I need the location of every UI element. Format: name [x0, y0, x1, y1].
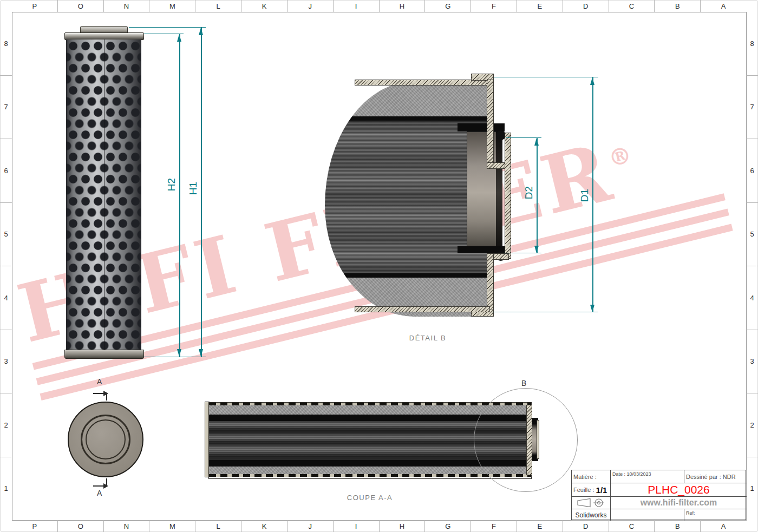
grid-letter-H: H	[379, 520, 425, 532]
grid-letter-H: H	[379, 0, 425, 12]
grid-letter-E: E	[517, 0, 563, 12]
grid-letter-M: M	[149, 0, 195, 12]
grid-letter-L: L	[195, 0, 241, 12]
section-arrow-bottom	[103, 483, 108, 489]
grid-letter-N: N	[103, 0, 149, 12]
grid-number-4: 4	[0, 266, 12, 330]
grid-number-2: 2	[0, 393, 12, 457]
grid-number-8: 8	[0, 12, 12, 75]
grid-number-1: 1	[0, 457, 12, 521]
grid-letter-C: C	[609, 520, 655, 532]
shell-right-wall-top	[487, 80, 494, 169]
d2-dimension-line	[537, 138, 538, 253]
grid-letter-C: C	[609, 0, 655, 12]
grid-letter-J: J	[287, 520, 333, 532]
sheet-cell: Feuille : 1/1	[572, 483, 611, 497]
bore-black-band-top	[458, 123, 505, 132]
d1-arrow-up	[590, 77, 594, 85]
brand-cell	[611, 509, 684, 521]
front-view-filter-element	[64, 24, 146, 360]
h2-dimension-line	[179, 34, 180, 357]
grid-letter-L: L	[195, 520, 241, 532]
top-end-cap	[64, 32, 144, 40]
grid-number-4: 4	[746, 266, 758, 330]
grid-letter-A: A	[700, 520, 746, 532]
grid-number-5: 5	[746, 202, 758, 266]
grid-letter-B: B	[654, 520, 700, 532]
grid-letter-A: A	[700, 0, 746, 12]
grid-number-6: 6	[746, 139, 758, 202]
top-view-ring-inner	[86, 419, 126, 459]
grid-number-1: 1	[746, 457, 758, 521]
title-block: Matière : Date : 10/03/2023 Dessiné par …	[571, 470, 746, 520]
d1-dimension-line	[592, 77, 593, 312]
coupe-serration-bottom	[209, 474, 531, 477]
grid-letter-F: F	[471, 0, 517, 12]
part-number-cell: PLHC_0026	[611, 483, 747, 497]
d1-extension-top	[494, 77, 598, 77]
d1-extension-bottom	[492, 312, 598, 312]
detail-black-band-top	[325, 116, 487, 121]
h2-arrow-up	[177, 34, 181, 42]
shell-bottom-strip	[355, 306, 490, 312]
h1-arrow-up	[199, 28, 203, 35]
detail-b-label: DÉTAIL B	[379, 334, 476, 342]
grid-letter-P: P	[12, 0, 57, 12]
grid-letter-G: G	[424, 520, 471, 532]
grid-letter-D: D	[563, 0, 609, 12]
grid-letter-E: E	[517, 520, 563, 532]
drawn-by-cell: Dessiné par : NDR	[684, 470, 747, 483]
grid-number-7: 7	[746, 75, 758, 139]
section-a-label-top: A	[97, 377, 102, 386]
d2-dimension-label: D2	[523, 186, 535, 199]
grid-numbers-right: 87654321	[746, 12, 758, 520]
h1-extension-top	[129, 27, 206, 28]
grid-number-2: 2	[746, 393, 758, 457]
detail-body	[325, 81, 487, 317]
grid-number-3: 3	[746, 330, 758, 393]
grid-letter-I: I	[333, 520, 379, 532]
shell-top-strip	[355, 80, 490, 86]
grid-number-8: 8	[746, 12, 758, 75]
grid-letter-N: N	[103, 520, 149, 532]
d1-arrow-down	[590, 305, 594, 312]
drawing-sheet: PONMLKJIHGFEDCBA PONMLKJIHGFEDCBA 876543…	[0, 0, 758, 532]
grid-letter-G: G	[424, 0, 471, 12]
grid-letter-P: P	[12, 520, 57, 532]
grid-number-5: 5	[0, 202, 12, 266]
projection-symbol-cell	[572, 497, 611, 509]
d2-arrow-down	[534, 246, 539, 253]
projection-symbol-icon	[576, 498, 607, 508]
grid-number-3: 3	[0, 330, 12, 393]
date-cell: Date : 10/03/2023	[611, 470, 684, 483]
grid-number-7: 7	[0, 75, 12, 139]
grid-letters-bottom: PONMLKJIHGFEDCBA	[12, 520, 746, 532]
detail-circle-b	[474, 388, 578, 492]
grid-letter-B: B	[654, 0, 700, 12]
top-view-filter	[68, 402, 143, 477]
grid-letter-I: I	[333, 0, 379, 12]
grid-letter-M: M	[149, 520, 195, 532]
grid-number-6: 6	[0, 139, 12, 202]
grid-letter-F: F	[471, 520, 517, 532]
bottom-end-cap	[64, 350, 144, 359]
detail-b-view	[319, 74, 520, 320]
detail-black-band-bottom	[325, 273, 487, 278]
bore-inner-dark-ring	[496, 132, 502, 253]
shell-right-wall-bottom	[487, 253, 494, 313]
grid-numbers-left: 87654321	[0, 12, 12, 520]
h1-dimension-label: H1	[187, 182, 199, 195]
d2-arrow-up	[534, 138, 539, 146]
material-cell: Matière :	[572, 470, 611, 483]
software-cell: Solidworks	[572, 509, 611, 521]
h2-dimension-label: H2	[166, 178, 178, 191]
h-extension-bottom	[144, 357, 206, 357]
grid-letter-K: K	[241, 520, 287, 532]
website-cell: www.hifi-filter.com	[611, 497, 747, 509]
cylinder-seam-line	[104, 40, 104, 351]
coupe-aa-label: COUPE A-A	[321, 494, 419, 502]
sheet-number: 1/1	[596, 485, 607, 495]
shell-right-lip	[505, 133, 511, 259]
d1-dimension-label: D1	[579, 189, 591, 202]
section-a-label-bottom: A	[97, 489, 102, 497]
